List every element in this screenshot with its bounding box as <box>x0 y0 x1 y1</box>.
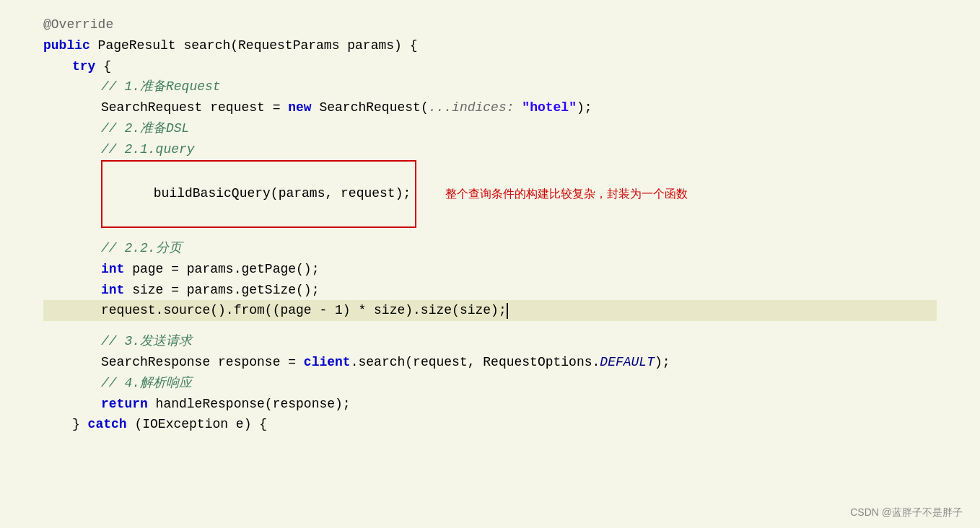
token-client: client <box>304 352 351 373</box>
line-int-size: int size = params.getSize(); <box>43 280 937 301</box>
indent2 <box>43 373 101 394</box>
token-resp3: ); <box>655 352 670 373</box>
token-close-brace: } <box>72 414 88 435</box>
token-annotation: @Override <box>43 14 113 35</box>
token-catch: catch <box>88 414 127 435</box>
token-hotel: "hotel" <box>522 97 577 118</box>
token-resp1: SearchResponse response = <box>101 352 304 373</box>
token-page: page = params.getPage(); <box>124 259 319 280</box>
token-int1: int <box>101 259 124 280</box>
token-comment3: // 3.发送请求 <box>101 331 192 352</box>
token-build-query: buildBasicQuery(params, request); <box>154 186 411 201</box>
token-comment2: // 2.准备DSL <box>101 118 189 139</box>
token-default: DEFAULT <box>600 352 655 373</box>
indent2 <box>43 139 101 160</box>
line-build-query: buildBasicQuery(params, request); 整个查询条件… <box>43 160 937 228</box>
token-resp2: .search(request, RequestOptions. <box>351 352 600 373</box>
line-empty1 <box>43 228 937 238</box>
line-empty2 <box>43 321 937 331</box>
token-indices: ...indices: <box>429 97 515 118</box>
line-comment2-1: // 2.1.query <box>43 139 937 160</box>
token-sr1: SearchRequest request = <box>101 97 288 118</box>
token-size: size = params.getSize(); <box>124 280 319 301</box>
indent2 <box>43 280 101 301</box>
annotation-text: 整个查询条件的构建比较复杂，封装为一个函数 <box>445 185 688 203</box>
line-try: try { <box>43 56 937 77</box>
token-comment4: // 4.解析响应 <box>101 373 192 394</box>
token-handle-response: handleResponse(response); <box>148 394 351 415</box>
line-method-sig: public PageResult search(RequestParams p… <box>43 35 937 56</box>
indent2 <box>43 300 101 321</box>
token-return: return <box>101 394 148 415</box>
build-query-box: buildBasicQuery(params, request); <box>101 160 416 228</box>
token-public: public <box>43 35 90 56</box>
line-comment4: // 4.解析响应 <box>43 373 937 394</box>
token-sr2: SearchRequest( <box>312 97 429 118</box>
line-int-page: int page = params.getPage(); <box>43 259 937 280</box>
token-catch-params: (IOException e) { <box>127 414 267 435</box>
line-comment2: // 2.准备DSL <box>43 118 937 139</box>
indent2 <box>43 331 101 352</box>
indent2 <box>43 352 101 373</box>
indent2 <box>43 97 101 118</box>
indent2 <box>43 76 101 97</box>
cursor <box>507 303 508 319</box>
token-comment2-2: // 2.2.分页 <box>101 238 182 259</box>
indent2 <box>43 394 101 415</box>
line-return: return handleResponse(response); <box>43 394 937 415</box>
indent2 <box>43 118 101 139</box>
watermark: CSDN @蓝胖子不是胖子 <box>850 506 963 519</box>
token-comment1: // 1.准备Request <box>101 76 221 97</box>
token-return-type: PageResult search(RequestParams params) … <box>90 35 418 56</box>
indent2 <box>43 259 101 280</box>
line-request-source: request.source().from((page - 1) * size)… <box>43 300 937 321</box>
token-int2: int <box>101 280 124 301</box>
code-container: @Override public PageResult search(Reque… <box>0 0 980 528</box>
indent1 <box>43 414 72 435</box>
indent2 <box>43 183 101 204</box>
token-try: try <box>72 56 95 77</box>
token-comment2-1: // 2.1.query <box>101 139 195 160</box>
token-sr4: ); <box>577 97 592 118</box>
token-new: new <box>288 97 311 118</box>
line-search-request: SearchRequest request = new SearchReques… <box>43 97 937 118</box>
token-try-brace: { <box>95 56 111 77</box>
indent2 <box>43 238 101 259</box>
line-search-response: SearchResponse response = client .search… <box>43 352 937 373</box>
line-comment1: // 1.准备Request <box>43 76 937 97</box>
token-sr3 <box>515 97 522 118</box>
token-request-source: request.source().from((page - 1) * size)… <box>101 300 507 321</box>
line-catch: } catch (IOException e) { <box>43 414 937 435</box>
line-override: @Override <box>43 14 937 35</box>
line-comment2-2: // 2.2.分页 <box>43 238 937 259</box>
indent1 <box>43 56 72 77</box>
line-comment3: // 3.发送请求 <box>43 331 937 352</box>
